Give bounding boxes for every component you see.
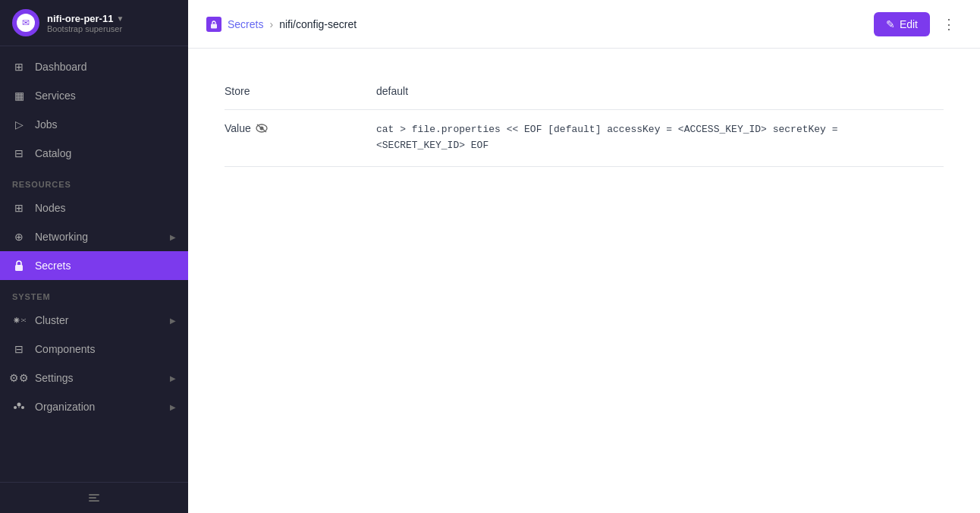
chevron-right-icon: ▶ (170, 374, 176, 382)
sidebar-item-label: Catalog (35, 147, 71, 159)
sidebar: ✉ nifi-ore-per-11 ▼ Bootstrap superuser … (0, 0, 188, 513)
sidebar-item-networking[interactable]: Networking ▶ (0, 222, 188, 251)
sidebar-item-label: Secrets (35, 260, 71, 272)
networking-icon (12, 230, 26, 244)
jobs-icon (12, 118, 26, 131)
pencil-icon: ✎ (886, 18, 895, 30)
components-icon (12, 342, 26, 356)
sidebar-item-label: Organization (35, 401, 95, 413)
dashboard-icon (12, 60, 26, 74)
svg-line-8 (22, 320, 24, 322)
edit-button[interactable]: ✎ Edit (874, 12, 930, 36)
sidebar-item-jobs[interactable]: Jobs (0, 110, 188, 139)
svg-line-6 (22, 319, 24, 321)
sidebar-item-label: Jobs (35, 118, 58, 131)
sidebar-item-dashboard[interactable]: Dashboard (0, 52, 188, 81)
sidebar-item-label: Networking (35, 231, 88, 243)
topbar: Secrets › nifi/config-secret ✎ Edit ⋮ (188, 0, 980, 49)
catalog-icon (12, 146, 26, 160)
chevron-right-icon: ▶ (170, 233, 176, 241)
breadcrumb: Secrets › nifi/config-secret (206, 17, 874, 32)
svg-rect-0 (15, 265, 23, 271)
sidebar-item-label: Dashboard (35, 61, 87, 73)
svg-line-7 (24, 319, 25, 321)
sidebar-item-label: Nodes (35, 202, 65, 214)
svg-rect-13 (89, 494, 99, 496)
svg-line-9 (24, 320, 25, 322)
value-label: Value (225, 110, 376, 167)
sidebar-collapse-button[interactable] (0, 482, 188, 513)
obfuscate-icon[interactable] (256, 123, 268, 134)
sidebar-item-settings[interactable]: ⚙ Settings ▶ (0, 364, 188, 392)
services-icon (12, 89, 26, 102)
value-row: Value cat > file. (225, 110, 944, 167)
chevron-down-icon: ▼ (116, 14, 124, 23)
sidebar-item-label: Components (35, 343, 95, 355)
svg-rect-16 (211, 24, 217, 28)
sidebar-item-services[interactable]: Services (0, 81, 188, 110)
avatar: ✉ (12, 9, 39, 36)
sidebar-item-components[interactable]: Components (0, 335, 188, 364)
sidebar-item-label: Services (35, 90, 76, 102)
organization-icon (12, 400, 26, 414)
org-sub: Bootstrap superuser (47, 24, 176, 33)
sidebar-item-nodes[interactable]: Nodes (0, 194, 188, 222)
detail-table: Store default Value (225, 73, 944, 167)
sidebar-item-cluster[interactable]: Cluster ▶ (0, 306, 188, 335)
store-row: Store default (225, 73, 944, 110)
store-label: Store (225, 73, 376, 110)
org-name: nifi-ore-per-11 ▼ (47, 13, 176, 24)
svg-rect-15 (89, 500, 99, 502)
breadcrumb-separator: › (269, 18, 273, 30)
sidebar-nav: Dashboard Services Jobs Catalog Resource… (0, 46, 188, 482)
sidebar-item-secrets[interactable]: Secrets (0, 251, 188, 280)
breadcrumb-parent[interactable]: Secrets (228, 18, 263, 30)
chevron-right-icon: ▶ (170, 403, 176, 411)
sidebar-org-header[interactable]: ✉ nifi-ore-per-11 ▼ Bootstrap superuser (0, 0, 188, 46)
settings-icon: ⚙ (12, 371, 26, 385)
svg-point-10 (17, 403, 21, 407)
content-area: Store default Value (188, 49, 980, 513)
envelope-icon: ✉ (22, 17, 30, 28)
cluster-icon (12, 313, 26, 327)
store-value: default (376, 73, 944, 110)
edit-button-label: Edit (900, 18, 918, 30)
sidebar-item-label: Settings (35, 372, 74, 384)
main-content: Secrets › nifi/config-secret ✎ Edit ⋮ St… (188, 0, 980, 513)
section-system: System (0, 280, 188, 306)
chevron-right-icon: ▶ (170, 316, 176, 325)
breadcrumb-current: nifi/config-secret (279, 18, 357, 30)
sidebar-item-catalog[interactable]: Catalog (0, 139, 188, 168)
topbar-actions: ✎ Edit ⋮ (874, 11, 962, 37)
sidebar-item-organization[interactable]: Organization ▶ (0, 392, 188, 421)
value-code: cat > file.properties << EOF [default] a… (376, 122, 944, 154)
value-content: cat > file.properties << EOF [default] a… (376, 110, 944, 167)
svg-rect-14 (89, 497, 96, 499)
breadcrumb-lock-icon (206, 17, 221, 32)
section-resources: Resources (0, 168, 188, 194)
nodes-icon (12, 201, 26, 215)
secrets-icon (12, 259, 26, 272)
more-options-button[interactable]: ⋮ (936, 11, 962, 37)
sidebar-item-label: Cluster (35, 314, 68, 326)
